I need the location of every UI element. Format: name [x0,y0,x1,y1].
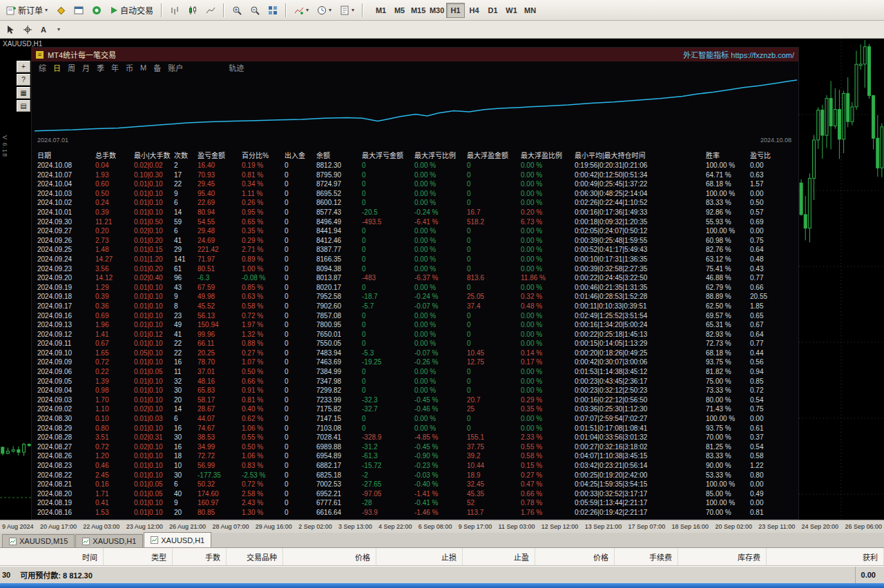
crosshair-button[interactable] [19,21,36,38]
stats-tab-9[interactable]: 账户 [168,62,183,73]
cell-pl-ratio: 0.75 [750,404,791,414]
equity-curve-line [35,80,797,131]
float-move-button[interactable]: + [17,61,30,72]
chevron-down-icon: ▾ [352,7,354,13]
indicator-link[interactable]: 外汇智能指标 https://fxznzb.com/ [683,49,794,60]
stats-tab-2[interactable]: 周 [68,62,75,73]
navigator-button[interactable] [88,2,105,19]
col-header-total-lots: 总手数 [95,150,134,161]
indicators-button[interactable]: ▾ [291,2,312,19]
timeframe-m30-button[interactable]: M30 [427,3,446,18]
timeframe-m1-button[interactable]: M1 [372,3,390,18]
zoom-in-button[interactable] [229,2,245,19]
cell-deposit: 0 [285,226,316,236]
cell-balance: 7550.05 [316,339,362,349]
chevron-down-icon: ▾ [57,26,60,32]
table-row: 2024.08.190.410.01|0.109160.972.43 %0677… [37,498,798,508]
status-left-fragment: 30 [0,571,15,579]
indicator-version-label: V 6.18 [1,135,8,157]
cell-max-float-profit-pct: 0.14 % [521,349,575,358]
stats-tab-4[interactable]: 季 [97,62,104,73]
cell-max-float-profit: 155.1 [467,433,521,442]
cell-max-float-loss: 0 [362,264,414,274]
bar-chart-button[interactable] [166,2,183,19]
cell-deposit: 0 [285,442,316,452]
panel-menu-icon[interactable]: ≡ [36,51,44,59]
cell-win-rate: 70.00 % [706,508,750,518]
cell-total-lots: 0.69 [95,311,134,321]
templates-button[interactable]: ▾ [336,2,358,19]
cell-pl-percent: 2.43 % [242,498,285,508]
stats-tab-5[interactable]: 年 [111,62,119,73]
cell-max-float-loss-pct: 0.00 % [414,189,467,199]
col-header-date: 日期 [37,150,95,161]
status-bar: 30 可用预付款: 8 812.30 0.00 [0,566,884,583]
cell-pl-amount: 150.94 [198,320,242,330]
timeframe-w1-button[interactable]: W1 [502,3,521,18]
cell-pl-amount: 174.60 [198,489,242,499]
chart-tab-2[interactable]: XAUUSD,H1 [144,532,211,547]
autotrade-button[interactable]: 自动交易 [106,2,157,19]
cell-deposit: 0 [285,283,316,293]
cell-deposit: 0 [285,208,316,217]
stats-tab-7[interactable]: M [140,63,146,72]
market-watch-button[interactable] [70,2,87,19]
cursor-button[interactable] [3,21,18,38]
indicators-icon [294,6,304,15]
cell-balance: 8812.30 [316,161,362,170]
cell-max-float-profit-pct: 0.58 % [521,451,575,461]
timeframe-m5-button[interactable]: M5 [390,3,409,18]
cell-pl-amount: 221.42 [198,245,242,255]
new-order-button[interactable]: 新订单 ▾ [3,2,51,19]
stats-tab-0[interactable]: 综 [39,62,46,73]
cell-pl-amount: 95.40 [198,189,242,199]
tile-windows-button[interactable] [265,2,281,19]
timeframe-d1-button[interactable]: D1 [483,3,502,18]
cell-date: 2024.10.08 [37,161,95,170]
cell-total-lots: 0.20 [95,226,134,236]
cell-pl-percent: 0.40 % [242,404,285,414]
equity-end-label: 2024.10.08 [760,137,791,144]
timeframe-m15-button[interactable]: M15 [409,3,427,18]
line-chart-button[interactable] [202,2,219,19]
cell-pl-ratio: 0.65 [750,311,791,321]
timeframe-h1-button[interactable]: H1 [446,3,465,18]
stats-tab-trail[interactable]: 轨迹 [229,62,244,73]
stats-tab-8[interactable]: 备 [153,62,161,73]
cell-date: 2024.09.27 [37,226,95,236]
drawing-tools-dropdown[interactable]: ▾ [54,21,69,38]
time-axis[interactable]: 9 Aug 202420 Aug 17:0022 Aug 03:0023 Aug… [0,520,884,533]
cell-min-max-lots: 0.01|0.10 [134,179,174,189]
table-row: 2024.09.2414.270.01|1.2014171.970.89 %08… [37,255,798,264]
cell-win-rate: 93.75 % [706,357,750,367]
periods-button[interactable]: ▾ [314,2,335,19]
new-order-icon [6,6,16,15]
profiles-button[interactable] [52,2,69,19]
terminal-col-6: 止盈 [463,548,535,565]
timeframe-mn-button[interactable]: MN [521,3,539,18]
text-tool-button[interactable]: A [37,21,52,38]
timeframe-h4-button[interactable]: H4 [465,3,483,18]
cell-count: 16 [174,442,198,452]
cell-max-float-loss: 0 [362,161,414,170]
chart-tab-1[interactable]: XAUUSD,H1 [75,534,143,547]
cell-count: 29 [174,245,198,255]
cell-balance: 8795.90 [316,170,362,180]
stats-tab-3[interactable]: 月 [82,62,90,73]
cell-date: 2024.09.06 [37,367,95,377]
cell-hold-times: 0:00:16|1:34:20|5:00:24 [575,320,706,330]
cell-min-max-lots: 0.01|0.20 [134,236,174,246]
cell-pl-percent: 0.50 % [242,442,285,452]
stats-tab-1[interactable]: 日 [53,62,61,73]
chart-tab-0[interactable]: XAUUSD,M15 [2,534,75,547]
stats-tab-6[interactable]: 币 [126,62,133,73]
candlestick-chart-button[interactable] [184,2,201,19]
cell-hold-times: 0:19:56|0:20:31|0:21:06 [575,161,706,170]
float-help-button[interactable]: ? [17,74,30,86]
table-header-row: 日期总手数最小|大手数次数盈亏金额百分比%出入金余额最大浮亏金额最大浮亏比例最大… [37,150,798,161]
cell-min-max-lots: 0.01|0.10 [134,302,174,311]
cell-pl-ratio: 0.77 [750,339,791,349]
zoom-out-button[interactable] [247,2,263,19]
float-layers-button[interactable]: ▤ [17,100,30,112]
float-grid-button[interactable]: ▦ [17,87,30,99]
